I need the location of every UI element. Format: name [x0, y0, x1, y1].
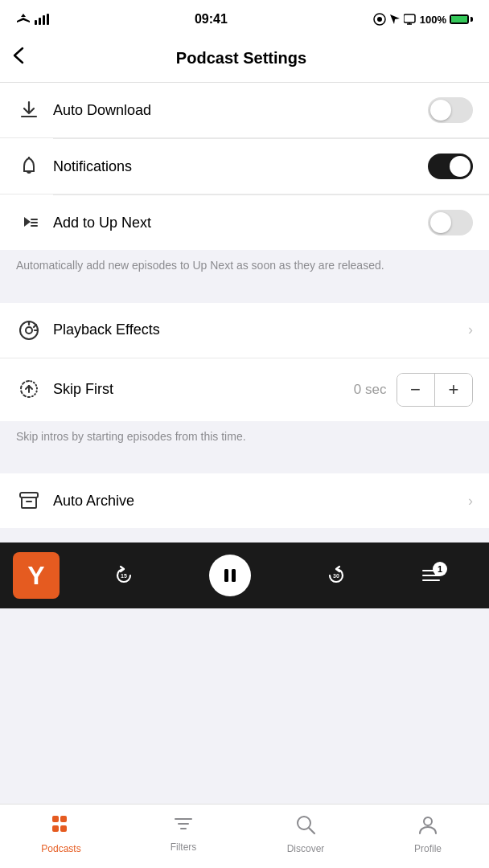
notifications-label: Notifications	[53, 158, 428, 175]
archive-icon	[16, 491, 42, 510]
svg-rect-0	[35, 20, 37, 25]
rewind-button[interactable]: 15	[106, 558, 142, 593]
player-controls: 15 30	[72, 555, 476, 596]
skip-icon	[16, 379, 42, 400]
location-icon	[373, 13, 386, 26]
svg-rect-24	[22, 497, 36, 508]
svg-point-16	[26, 327, 32, 334]
notifications-toggle[interactable]	[428, 154, 473, 179]
back-button[interactable]	[13, 43, 31, 72]
auto-archive-chevron: ›	[468, 493, 473, 510]
svg-rect-27	[224, 569, 228, 582]
tab-podcasts[interactable]: Podcasts	[0, 811, 122, 858]
filters-icon	[173, 814, 194, 838]
tab-discover-label: Discover	[287, 843, 325, 854]
svg-rect-36	[60, 825, 67, 832]
signal-icon	[35, 14, 49, 25]
back-arrow-icon	[13, 47, 24, 64]
playback-effects-chevron: ›	[468, 321, 473, 338]
nav-bar: Podcast Settings	[0, 35, 489, 83]
status-right: 100%	[373, 13, 473, 26]
svg-text:15: 15	[121, 573, 127, 579]
notifications-row: Notifications	[0, 139, 489, 194]
download-icon	[16, 100, 42, 120]
svg-rect-6	[404, 14, 415, 23]
tab-filters-label: Filters	[171, 841, 197, 853]
skip-first-helper: Skip intros by starting episodes from th…	[0, 421, 489, 460]
playback-effects-row[interactable]: Playback Effects ›	[0, 303, 489, 358]
up-next-label: Add to Up Next	[53, 215, 428, 231]
svg-rect-34	[60, 816, 67, 822]
playback-effects-label: Playback Effects	[53, 321, 462, 338]
skip-first-row: Skip First 0 sec − +	[0, 358, 489, 421]
auto-archive-row[interactable]: Auto Archive ›	[0, 473, 489, 528]
tab-podcasts-label: Podcasts	[41, 843, 80, 854]
skip-first-value: 0 sec	[354, 382, 387, 398]
tab-profile-label: Profile	[414, 843, 442, 854]
svg-rect-33	[52, 816, 59, 822]
mini-player: Y 15 30	[0, 542, 489, 608]
profile-icon	[417, 814, 438, 840]
skip-first-increment[interactable]: +	[435, 374, 472, 406]
status-left	[16, 13, 49, 26]
auto-archive-section: Auto Archive ›	[0, 473, 489, 528]
skip-first-stepper: − +	[397, 373, 474, 407]
svg-rect-2	[43, 15, 45, 25]
svg-line-41	[309, 828, 314, 833]
svg-rect-3	[47, 14, 49, 25]
effects-icon	[16, 320, 42, 341]
svg-rect-1	[39, 18, 41, 25]
svg-rect-28	[232, 569, 236, 582]
playback-effects-section: Playback Effects ›	[0, 303, 489, 358]
toggle-settings-section: Auto Download Notifications	[0, 83, 489, 250]
page-title: Podcast Settings	[31, 49, 452, 68]
airplane-icon	[16, 13, 31, 26]
section-divider-1	[0, 289, 489, 303]
queue-button[interactable]: 1	[421, 567, 442, 584]
bell-icon	[16, 157, 42, 176]
up-next-helper: Automatically add new episodes to Up Nex…	[0, 250, 489, 289]
tab-discover[interactable]: Discover	[244, 811, 367, 858]
svg-text:30: 30	[333, 573, 339, 579]
pause-button[interactable]	[209, 555, 251, 596]
up-next-icon	[16, 214, 42, 231]
queue-badge: 1	[433, 562, 447, 576]
battery-percent: 100%	[420, 14, 446, 26]
section-divider-2	[0, 459, 489, 473]
svg-point-5	[377, 17, 382, 22]
album-art[interactable]: Y	[13, 552, 60, 599]
skip-first-label: Skip First	[53, 381, 354, 398]
auto-download-toggle[interactable]	[428, 97, 473, 123]
location-arrow-icon	[389, 14, 401, 25]
svg-marker-11	[24, 217, 31, 227]
status-bar: 09:41 100%	[0, 0, 489, 35]
up-next-toggle[interactable]	[428, 210, 473, 235]
screen-icon	[404, 14, 417, 25]
podcasts-icon	[51, 814, 72, 840]
up-next-row: Add to Up Next	[0, 195, 489, 250]
svg-rect-35	[52, 825, 59, 832]
auto-download-label: Auto Download	[53, 102, 428, 119]
skip-first-decrement[interactable]: −	[397, 374, 434, 406]
status-time: 09:41	[195, 12, 228, 27]
svg-line-18	[34, 325, 36, 327]
auto-archive-label: Auto Archive	[53, 493, 462, 510]
tab-bar: Podcasts Filters Discover	[0, 804, 489, 868]
skip-first-section: Skip First 0 sec − +	[0, 358, 489, 421]
section-divider-3	[0, 528, 489, 542]
forward-button[interactable]: 30	[318, 558, 354, 593]
main-content: Auto Download Notifications	[0, 83, 489, 737]
auto-download-row: Auto Download	[0, 83, 489, 138]
album-art-letter: Y	[27, 561, 44, 591]
tab-filters[interactable]: Filters	[122, 811, 244, 856]
discover-icon	[295, 814, 316, 840]
battery-icon	[450, 14, 473, 24]
tab-profile[interactable]: Profile	[367, 811, 489, 858]
svg-point-42	[424, 817, 432, 825]
